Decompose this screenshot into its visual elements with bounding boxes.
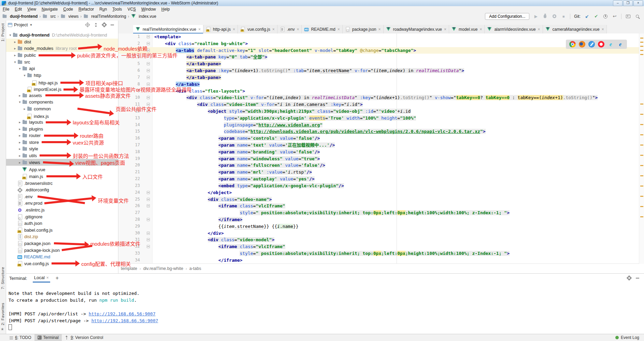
tree-item-package-lock.json[interactable]: package-lock.json xyxy=(6,246,118,253)
rollback-icon[interactable]: ↩ xyxy=(612,14,617,19)
fold-icon[interactable] xyxy=(147,69,150,72)
code-line-25[interactable]: 25 <div class="video-name"> xyxy=(118,196,639,203)
fold-icon[interactable] xyxy=(147,238,150,241)
tree-item-http-api.js[interactable]: http-api.js项目相关api接口 xyxy=(6,79,118,85)
tab-roadwayManage\index.vue[interactable]: roadwayManage\index.vue× xyxy=(384,25,449,33)
tree-item-main.js[interactable]: main.js入口文件 xyxy=(6,172,118,179)
add-configuration-button[interactable]: Add Configuration... xyxy=(485,13,529,20)
chevron-right-icon[interactable]: ▸ xyxy=(22,107,27,111)
tree-item-src[interactable]: ▾src xyxy=(6,58,118,65)
fold-icon[interactable] xyxy=(147,35,150,38)
code-line-27[interactable]: 27 style=" position:absolute;visibility:… xyxy=(118,209,639,216)
close-tab-icon[interactable]: × xyxy=(338,27,340,32)
code-line-34[interactable]: 34 </iframe> xyxy=(118,257,639,264)
code-line-17[interactable]: 17 <param name='text' value='正在加载视频中...'… xyxy=(118,142,639,149)
code-line-5[interactable]: 5 </a-tab-pane> xyxy=(118,60,639,67)
tree-item-duoji-frontend[interactable]: ▾duoji-frontendD:\zheheWeb\duoji-fronten… xyxy=(6,32,118,39)
close-tab-icon[interactable]: × xyxy=(297,27,299,32)
run-icon[interactable]: ▶ xyxy=(533,14,539,19)
status-9-version-control[interactable]: 9: Version Control xyxy=(62,334,106,341)
close-icon[interactable]: × xyxy=(46,275,49,280)
git-update-icon[interactable]: ↙ xyxy=(584,14,590,19)
menu-tools[interactable]: Tools xyxy=(110,7,125,12)
chevron-right-icon[interactable]: ▸ xyxy=(17,147,22,151)
tree-item-store[interactable]: ▸storevuex公共资源 xyxy=(6,139,118,146)
tool-window-favorites[interactable]: 2: Favorites xyxy=(1,303,5,325)
chevron-right-icon[interactable]: ▸ xyxy=(17,161,22,164)
chevron-right-icon[interactable]: ▸ xyxy=(13,40,17,44)
close-tab-icon[interactable]: × xyxy=(444,27,446,32)
tab-realTimeMonitoring\index.vue[interactable]: realTimeMonitoring\index.vue× xyxy=(133,25,203,33)
code-line-24[interactable]: 24 </object> xyxy=(118,189,639,196)
tree-item-components[interactable]: ▾components xyxy=(6,99,118,106)
firefox-icon[interactable] xyxy=(579,41,585,47)
code-line-22[interactable]: 22 <param name='autoplay' value='yes'/> xyxy=(118,176,639,182)
close-tab-icon[interactable]: × xyxy=(538,27,540,32)
ie-icon[interactable]: e xyxy=(607,41,614,47)
tab-cameraManage\index.vue[interactable]: cameraManage\index.vue× xyxy=(543,25,607,33)
chevron-down-icon[interactable]: ▾ xyxy=(8,33,13,37)
tree-item-router[interactable]: ▸routerrouter路由 xyxy=(6,132,118,139)
opera-icon[interactable] xyxy=(598,41,604,47)
code-line-1[interactable]: 1<template> xyxy=(118,33,639,40)
fold-icon[interactable] xyxy=(147,245,150,248)
fold-icon[interactable] xyxy=(147,198,150,201)
chevron-right-icon[interactable]: ▸ xyxy=(13,53,17,57)
chevron-down-icon[interactable]: ▾ xyxy=(17,67,22,70)
code-line-18[interactable]: 18 <param name='branding' value='false'/… xyxy=(118,149,639,155)
chevron-right-icon[interactable]: ▸ xyxy=(17,140,22,144)
collapse-all-icon[interactable] xyxy=(94,23,98,27)
menu-file[interactable]: File xyxy=(0,7,12,12)
code-line-19[interactable]: 19 <param name="windowless" value="true"… xyxy=(118,155,639,162)
close-tab-icon[interactable]: × xyxy=(378,27,381,32)
project-panel-title[interactable]: Project xyxy=(14,22,28,27)
code-line-9[interactable]: 9 <div class="flex-layouts"> xyxy=(118,88,639,95)
code-line-21[interactable]: 21 <param name='mrl' :value='i.rtsp'/> xyxy=(118,169,639,176)
menu-refactor[interactable]: Refactor xyxy=(76,7,97,12)
tab-README.md[interactable]: README.md× xyxy=(302,25,342,33)
breadcrumb-views[interactable]: views xyxy=(60,14,78,19)
tool-window-project[interactable]: 1: Project xyxy=(1,23,5,42)
status-terminal[interactable]: Terminal xyxy=(34,334,62,341)
chrome-icon[interactable] xyxy=(569,41,576,47)
tree-item-assets[interactable]: ▸assetsassets静态资源文件 xyxy=(6,92,118,99)
terminal-settings-icon[interactable] xyxy=(627,276,631,280)
menu-edit[interactable]: Edit xyxy=(12,7,25,12)
git-commit-icon[interactable]: ✔ xyxy=(593,14,599,19)
code-line-11[interactable]: 11 <div class="video-item" v-for="i in i… xyxy=(118,101,639,108)
tree-item-http[interactable]: ▾http xyxy=(6,72,118,79)
tree-item-importExcel.js[interactable]: importExcel.js暴露环境变量地址给图片or视频资源路径全局调用 xyxy=(6,85,118,92)
event-log[interactable]: Event Log xyxy=(615,335,644,340)
breadcrumb-realTimeMonitoring[interactable]: realTimeMonitoring xyxy=(83,14,126,19)
menu-help[interactable]: Help xyxy=(159,7,173,12)
tree-item-api[interactable]: ▾api xyxy=(6,65,118,72)
breadcrumb-a-tabs[interactable]: a-tabs xyxy=(189,266,201,271)
terminal-tab-local[interactable]: Local × xyxy=(33,274,50,283)
breadcrumb-index.vue[interactable]: index.vue xyxy=(131,14,156,19)
breadcrumb-duoji-frontend[interactable]: duoji-frontend xyxy=(2,14,38,19)
fold-icon[interactable] xyxy=(147,76,150,79)
tree-item-.eslintrc.js[interactable]: .eslintrc.js xyxy=(6,206,118,213)
code-line-7[interactable]: 7 </a-tab-pane> xyxy=(118,74,639,81)
code-line-12[interactable]: 12 <object style="width:390px;height:219… xyxy=(118,108,639,115)
chevron-down-icon[interactable]: ▼ xyxy=(29,23,32,27)
tree-item-common[interactable]: ▸common页面公共组件文件 xyxy=(6,106,118,112)
code-line-28[interactable]: 28 </iframe> xyxy=(118,216,639,223)
gear-icon[interactable] xyxy=(102,23,106,27)
new-terminal-icon[interactable]: + xyxy=(56,275,59,281)
tab-.env[interactable]: .env× xyxy=(277,25,302,33)
fold-icon[interactable] xyxy=(147,204,150,207)
tab-alarmVideos\index.vue[interactable]: alarmVideos\index.vue× xyxy=(485,25,543,33)
code-line-14[interactable]: 14 pluginspage="http://www.videolan.org" xyxy=(118,122,639,128)
close-tab-icon[interactable]: × xyxy=(602,27,604,32)
code-line-16[interactable]: 16 <param name='controls' value='false'/… xyxy=(118,135,639,142)
code-editor[interactable]: 1<template>2 <div class="realTime bg-whi… xyxy=(118,33,639,264)
chevron-right-icon[interactable]: ▸ xyxy=(13,46,17,50)
terminal-link[interactable]: http://192.168.66.56:9007 xyxy=(91,318,158,323)
tree-item-layouts[interactable]: ▸layoutslayouts全局布局相关 xyxy=(6,119,118,126)
tab-vue.config.js[interactable]: vue.config.js× xyxy=(238,25,277,33)
tree-item-.env.prod[interactable]: .env.prod环境变量文件 xyxy=(6,199,118,206)
code-line-15[interactable]: 15 codebase="http://downloads.videolan.o… xyxy=(118,128,639,135)
terminal-hide-icon[interactable] xyxy=(636,278,639,278)
code-line-29[interactable]: 29 {{item.streetName}} {{i.name}} xyxy=(118,223,639,230)
